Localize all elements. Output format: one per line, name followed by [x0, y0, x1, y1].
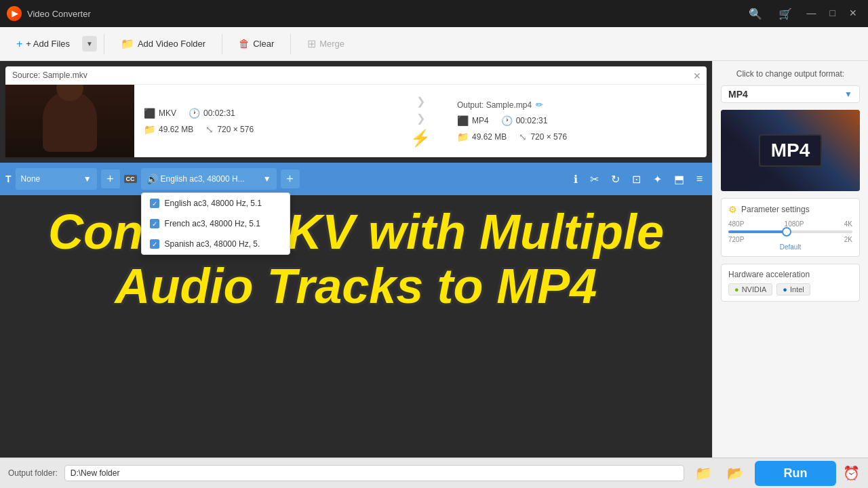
label-4k: 4K: [844, 220, 852, 228]
source-duration: 00:02:31: [203, 108, 235, 118]
lightning-icon: ⚡: [410, 129, 431, 148]
source-details: ⬛ MKV 🕐 00:02:31 📁 49.62 MB: [134, 85, 393, 157]
track-item-spanish[interactable]: ✓ Spanish ac3, 48000 Hz, 5.: [142, 234, 290, 254]
watermark-button[interactable]: ⬒: [670, 170, 688, 188]
output-size-row: 📁 49.62 MB ⤡ 720 × 576: [457, 131, 697, 142]
output-label: Output: Sample.mp4: [457, 100, 532, 110]
selected-track-label: English ac3, 48000 H...: [161, 174, 245, 184]
add-folder-label: Add Video Folder: [138, 39, 205, 49]
crop-button[interactable]: ⊡: [628, 170, 645, 188]
source-resolution: 720 × 576: [217, 125, 254, 134]
right-panel: Click to change output format: MP4 ▼ MP4…: [712, 61, 868, 458]
intel-label: Intel: [790, 285, 804, 293]
track-checkbox-english[interactable]: ✓: [150, 199, 159, 208]
subtitle-edit-button[interactable]: ≡: [692, 170, 707, 188]
cut-button[interactable]: ✂: [586, 170, 603, 188]
folder-icon: 📁: [121, 37, 134, 50]
audio-track-dropdown: ✓ English ac3, 48000 Hz, 5.1 ✓ French ac…: [141, 192, 290, 255]
effects-button[interactable]: ✦: [649, 170, 666, 188]
format-thumbnail: MP4: [721, 110, 860, 191]
source-format-item: ⬛ MKV: [144, 108, 176, 119]
hw-acceleration: Hardware acceleration ● NVIDIA ● Intel: [721, 264, 860, 302]
app-logo: ▶: [7, 6, 22, 21]
add-files-dropdown[interactable]: ▼: [82, 36, 97, 52]
minimize-button[interactable]: —: [803, 6, 821, 22]
audio-track-select[interactable]: 🔊 English ac3, 48000 H... ▼: [141, 168, 277, 190]
resize-icon-1: ⤡: [205, 124, 214, 135]
add-subtitle-button[interactable]: +: [101, 169, 120, 188]
info-button[interactable]: ℹ: [570, 170, 582, 188]
slider-track: [728, 230, 852, 233]
merge-label: Merge: [319, 39, 344, 49]
param-header: ⚙ Parameter settings: [728, 204, 852, 215]
divider-1: [104, 34, 104, 54]
main-toolbar: + + Add Files ▼ 📁 Add Video Folder 🗑 Cle…: [0, 27, 868, 61]
output-path-input[interactable]: [64, 465, 684, 481]
cart-icon[interactable]: 🛒: [773, 6, 797, 22]
format-selector[interactable]: MP4 ▼: [721, 85, 860, 103]
output-resolution-item: ⤡ 720 × 576: [519, 131, 567, 142]
close-button[interactable]: ✕: [845, 6, 861, 22]
hw-header: Hardware acceleration: [728, 270, 852, 279]
track-checkbox-spanish[interactable]: ✓: [150, 239, 159, 249]
track-label-french: French ac3, 48000 Hz, 5.1: [165, 219, 260, 228]
track-checkbox-french[interactable]: ✓: [150, 219, 159, 228]
close-file-button[interactable]: ✕: [693, 70, 701, 81]
track-dropdown-arrow: ▼: [263, 174, 271, 184]
output-size: 49.62 MB: [472, 132, 507, 142]
nvidia-label: NVIDIA: [742, 285, 767, 293]
rotate-button[interactable]: ↻: [607, 170, 624, 188]
settings-icon: ⚙: [728, 204, 737, 215]
maximize-button[interactable]: □: [826, 6, 840, 22]
edit-icon[interactable]: ✏: [536, 100, 543, 110]
add-folder-button[interactable]: 📁 Add Video Folder: [111, 33, 215, 54]
slider-thumb[interactable]: [782, 227, 791, 237]
intel-icon: ●: [783, 285, 787, 293]
source-size: 49.62 MB: [159, 125, 193, 134]
track-item-english[interactable]: ✓ English ac3, 48000 Hz, 5.1: [142, 193, 290, 214]
output-format-item: ⬛ MP4: [457, 115, 489, 126]
clear-button[interactable]: 🗑 Clear: [229, 34, 283, 54]
output-resolution: 720 × 576: [530, 132, 567, 142]
open-folder-button[interactable]: 📂: [723, 464, 748, 483]
folder-icon-1: 📁: [144, 124, 155, 135]
nvidia-badge: ● NVIDIA: [728, 283, 772, 296]
param-settings: ⚙ Parameter settings 480P 1080P 4K 720P …: [721, 198, 860, 257]
default-label: Default: [728, 243, 852, 251]
audio-toolbar: T None ▼ + CC 🔊 English ac3, 48000 H... …: [0, 163, 712, 195]
source-label: Source: Sample.mkv: [12, 70, 87, 80]
source-duration-item: 🕐 00:02:31: [189, 108, 235, 119]
track-item-french[interactable]: ✓ French ac3, 48000 Hz, 5.1: [142, 214, 290, 234]
window-controls: 🔍 🛒 — □ ✕: [743, 6, 861, 22]
cc-icon: CC: [124, 175, 137, 183]
mp4-badge: MP4: [759, 134, 823, 167]
merge-button[interactable]: ⊞ Merge: [298, 33, 354, 54]
conversion-arrows: ❯ ❯ ⚡: [393, 85, 448, 157]
add-files-label: + Add Files: [26, 39, 70, 49]
source-resolution-item: ⤡ 720 × 576: [205, 124, 254, 135]
browse-folder-button[interactable]: 📁: [691, 464, 716, 483]
title-bar: ▶ Video Converter 🔍 🛒 — □ ✕: [0, 0, 868, 27]
label-2k: 2K: [844, 236, 852, 243]
subtitle-dropdown-arrow: ▼: [83, 174, 92, 184]
mp4-icon: ⬛: [457, 115, 469, 126]
output-format-row: ⬛ MP4 🕐 00:02:31: [457, 115, 697, 126]
bottom-bar: Output folder: 📁 📂 Run ⏰: [0, 458, 868, 488]
format-name: MP4: [728, 89, 748, 100]
thumbnail-image: [5, 85, 134, 157]
file-thumbnail: [5, 85, 134, 157]
resize-icon-2: ⤡: [519, 131, 527, 142]
overlay-line-2: Audio Tracks to MP4: [115, 260, 597, 313]
slider-top-labels: 480P 1080P 4K: [728, 220, 852, 228]
add-audio-button[interactable]: +: [281, 169, 300, 188]
run-button[interactable]: Run: [755, 461, 836, 486]
resolution-slider[interactable]: 480P 1080P 4K 720P 2K Default: [728, 220, 852, 251]
schedule-button[interactable]: ⏰: [843, 465, 860, 481]
subtitle-select[interactable]: None ▼: [16, 168, 97, 190]
subtitle-value: None: [21, 174, 41, 184]
track-label-spanish: Spanish ac3, 48000 Hz, 5.: [165, 239, 260, 249]
search-icon[interactable]: 🔍: [743, 6, 768, 22]
add-files-button[interactable]: + + Add Files: [7, 34, 79, 54]
divider-2: [222, 34, 222, 54]
format-dropdown-arrow: ▼: [844, 89, 852, 99]
